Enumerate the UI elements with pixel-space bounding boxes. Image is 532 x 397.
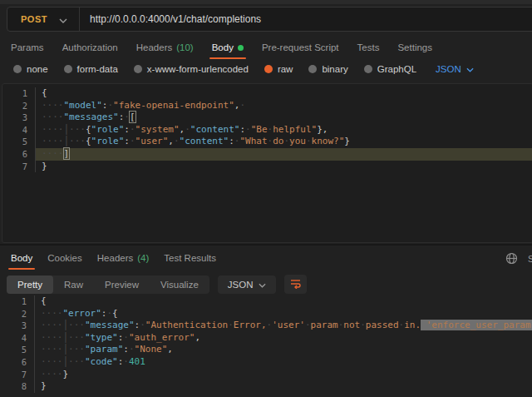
code-token: · <box>140 320 145 330</box>
code-line-content: ····│···"message":·"Authentication·Error… <box>35 320 532 332</box>
radio-label: binary <box>322 64 347 74</box>
code-line: 6····] <box>2 148 532 161</box>
url-input[interactable]: http://0.0.0.0:4000/v1/chat/completions <box>80 13 261 25</box>
tab-body[interactable]: Body <box>211 41 244 57</box>
radio-label: raw <box>278 64 293 74</box>
tab-label: Authorization <box>62 42 118 52</box>
code-line: 1{ <box>2 295 532 308</box>
response-format-select[interactable]: JSON <box>218 275 277 294</box>
tab-tests[interactable]: Tests <box>357 41 381 57</box>
code-token: "fake-openai-endpoint" <box>113 100 234 111</box>
radio-form-data[interactable]: form-data <box>64 64 118 74</box>
line-number: 3 <box>2 112 36 124</box>
response-toolbar: PrettyRawPreviewVisualize JSON <box>7 275 307 294</box>
line-number: 4 <box>2 332 35 345</box>
tab-label: Params <box>11 42 44 52</box>
code-token: "system" <box>135 124 180 135</box>
code-token: passed <box>366 320 399 330</box>
code-token: , <box>195 332 200 343</box>
request-body-editor[interactable]: 1{2····"model":·"fake-openai-endpoint",·… <box>2 83 532 243</box>
chevron-down-icon <box>259 280 266 290</box>
code-line-content: ····│···{"role":·"system",·"content":·"B… <box>36 124 532 136</box>
tab-params[interactable]: Params <box>10 41 45 57</box>
code-token: · <box>123 332 129 343</box>
view-raw[interactable]: Raw <box>53 275 94 294</box>
code-token: "error" <box>63 308 101 319</box>
code-line: 6····│···"code":·401 <box>2 356 532 369</box>
body-format-select[interactable]: JSON <box>436 64 474 74</box>
code-token: "user" <box>135 136 169 146</box>
line-number: 7 <box>2 369 35 381</box>
code-token: "Be <box>251 124 268 135</box>
line-number: 4 <box>2 124 36 136</box>
response-format-label: JSON <box>228 280 254 290</box>
code-token: "type" <box>85 332 118 343</box>
code-token: { <box>41 295 47 306</box>
code-line: 2····"error":·{ <box>2 308 532 320</box>
tab-settings[interactable]: Settings <box>397 41 433 57</box>
radio-x-www-form-urlencoded[interactable]: x-www-form-urlencoded <box>134 64 249 74</box>
tab-label: Headers <box>136 42 172 52</box>
code-token: "message" <box>85 320 135 330</box>
view-pretty[interactable]: Pretty <box>7 275 53 294</box>
code-line-content: ····} <box>35 369 532 381</box>
view-preview[interactable]: Preview <box>94 275 150 294</box>
text-selection: 'enforce_user_param'=True" <box>421 320 532 330</box>
line-number: 3 <box>2 320 35 332</box>
code-line-content: ····"messages":·[ <box>36 112 532 124</box>
tab-authorization[interactable]: Authorization <box>62 41 119 57</box>
code-line-content: ····│···"param":·"None", <box>35 344 532 356</box>
wrap-lines-button[interactable] <box>284 275 307 294</box>
response-tab-test-results[interactable]: Test Results <box>163 251 217 268</box>
radio-label: none <box>27 64 48 74</box>
radio-none[interactable]: none <box>13 64 48 74</box>
code-line: 8} <box>2 380 532 393</box>
code-line: 5····│···"param":·"None", <box>2 344 532 356</box>
code-token: : <box>124 124 130 135</box>
line-number: 5 <box>2 344 35 356</box>
view-visualize[interactable]: Visualize <box>150 275 209 294</box>
tab-label: Tests <box>357 42 380 52</box>
code-token: helpful" <box>273 124 317 135</box>
code-token: 401 <box>129 356 145 367</box>
window-top-strip <box>0 0 532 4</box>
code-token: do <box>273 136 283 146</box>
tab-label: Pre-request Script <box>262 42 339 52</box>
code-line-content: ····│···{"role":·"user",·"content":·"Wha… <box>36 136 532 148</box>
code-token: not <box>343 320 360 330</box>
code-line-content: ····"error":·{ <box>35 308 532 320</box>
line-number: 6 <box>2 148 36 161</box>
code-token: "model" <box>64 100 102 111</box>
response-tab-cookies[interactable]: Cookies <box>47 251 83 268</box>
request-url-bar: POST http://0.0.0.0:4000/v1/chat/complet… <box>7 7 532 32</box>
code-token: · <box>174 136 180 146</box>
method-dropdown[interactable]: POST <box>7 7 79 31</box>
code-line-content: { <box>36 87 532 100</box>
globe-icon[interactable] <box>505 252 518 268</box>
radio-binary[interactable]: binary <box>308 64 347 74</box>
radio-label: x-www-form-urlencoded <box>147 64 249 74</box>
tab-headers[interactable]: Headers(10) <box>135 41 195 57</box>
radio-label: form-data <box>77 64 118 74</box>
code-token: · <box>185 124 190 135</box>
tab-pre-request-script[interactable]: Pre-request Script <box>261 41 340 57</box>
code-token: } <box>41 380 47 391</box>
code-token: · <box>245 124 251 135</box>
body-type-options: noneform-datax-www-form-urlencodedrawbin… <box>13 64 474 74</box>
response-tab-body[interactable]: Body <box>10 251 33 268</box>
response-body-editor[interactable]: 1{2····"error":·{3····│···"message":·"Au… <box>2 295 532 397</box>
line-number: 8 <box>2 380 35 393</box>
code-token: "messages" <box>64 112 119 122</box>
radio-graphql[interactable]: GraphQL <box>364 64 416 74</box>
code-token: you <box>289 136 306 146</box>
code-line: 5····│···{"role":·"user",·"content":·"Wh… <box>2 136 532 148</box>
response-tab-headers[interactable]: Headers(4) <box>96 251 150 268</box>
radio-raw[interactable]: raw <box>264 64 293 74</box>
body-format-label: JSON <box>436 64 461 74</box>
status-text-clipped: S <box>528 254 532 264</box>
code-token: : <box>123 344 129 355</box>
code-token: : <box>229 136 234 146</box>
code-token: "code" <box>85 356 118 367</box>
tab-label: Settings <box>397 42 432 52</box>
code-line-content: ····] <box>36 148 532 161</box>
